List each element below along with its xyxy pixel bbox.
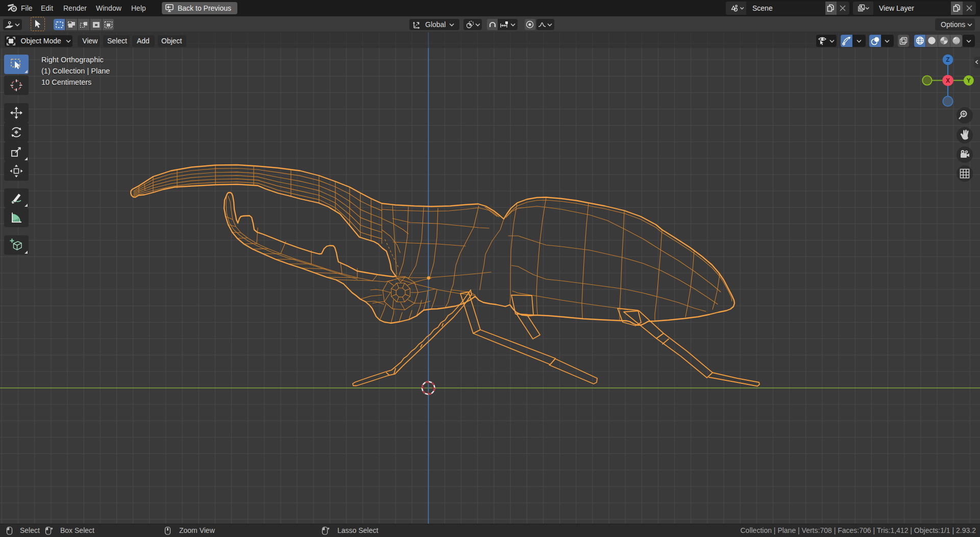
svg-text:Y: Y <box>967 77 971 84</box>
svg-text:X: X <box>946 77 950 84</box>
svg-text:Z: Z <box>946 56 949 63</box>
